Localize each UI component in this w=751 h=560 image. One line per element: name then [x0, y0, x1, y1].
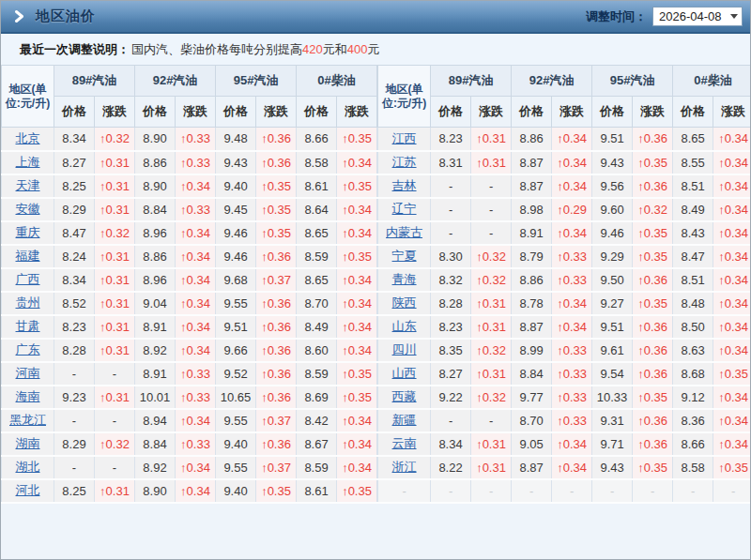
- region-link[interactable]: 浙江: [392, 460, 417, 474]
- table-row: 陕西8.28↑0.318.78↑0.349.27↑0.358.48↑0.34: [378, 292, 751, 315]
- price-cell: 8.23: [54, 315, 95, 339]
- page-title: 地区油价: [36, 8, 96, 25]
- sub-header: 价格: [216, 97, 256, 128]
- change-cell: ↑0.36: [256, 386, 297, 409]
- region-link[interactable]: 山西: [392, 366, 417, 380]
- region-link[interactable]: 辽宁: [392, 202, 417, 216]
- region-link[interactable]: 陕西: [392, 295, 417, 310]
- region-link[interactable]: 宁夏: [392, 249, 417, 263]
- fuel-type-header: 95#汽油: [592, 66, 673, 97]
- region-cell: 海南: [2, 386, 54, 409]
- price-cell: 9.61: [592, 339, 633, 362]
- region-cell: 云南: [378, 432, 431, 456]
- table-row: 江苏8.31↑0.318.87↑0.349.43↑0.358.55↑0.34: [378, 151, 751, 174]
- change-cell: ↑0.34: [337, 198, 377, 221]
- region-cell: 青海: [378, 268, 431, 292]
- region-link[interactable]: 广西: [16, 272, 40, 286]
- region-link[interactable]: 安徽: [16, 202, 40, 216]
- region-link[interactable]: 河北: [16, 483, 40, 497]
- price-cell: 9.46: [216, 221, 256, 245]
- change-cell: ↑0.36: [633, 268, 673, 292]
- region-cell: 宁夏: [378, 245, 431, 268]
- change-cell: ↑0.34: [552, 456, 592, 479]
- region-link[interactable]: 河南: [16, 366, 40, 380]
- region-cell: 重庆: [2, 221, 54, 245]
- region-link[interactable]: 黑龙江: [9, 413, 46, 427]
- price-cell: 8.70: [512, 409, 552, 432]
- region-link[interactable]: 福建: [16, 249, 40, 263]
- sub-header: 涨跌: [256, 97, 297, 128]
- change-cell: -: [471, 174, 512, 198]
- region-link[interactable]: 天津: [16, 178, 40, 192]
- change-cell: ↑0.34: [176, 409, 216, 432]
- price-cell: 9.51: [216, 315, 256, 339]
- region-cell: 甘肃: [2, 315, 54, 339]
- table-row: 上海8.27↑0.318.86↑0.339.43↑0.368.58↑0.34: [2, 151, 377, 174]
- region-cell: 山东: [378, 315, 431, 339]
- price-cell: 9.29: [592, 245, 633, 268]
- price-cell: 8.68: [673, 362, 713, 386]
- region-cell: 江苏: [378, 151, 431, 174]
- region-link[interactable]: 青海: [392, 272, 417, 286]
- region-link[interactable]: 湖北: [16, 460, 40, 474]
- table-row: 广东8.28↑0.318.92↑0.349.66↑0.368.60↑0.34: [2, 339, 377, 362]
- region-link[interactable]: 重庆: [16, 225, 40, 239]
- table-row: 广西8.34↑0.318.96↑0.349.68↑0.378.65↑0.34: [2, 268, 377, 292]
- region-link[interactable]: 西藏: [392, 389, 417, 403]
- region-link[interactable]: 四川: [392, 342, 417, 356]
- change-cell: ↑0.35: [337, 386, 377, 409]
- price-cell: 10.33: [592, 386, 633, 409]
- price-cell: 8.22: [431, 456, 471, 479]
- region-cell: 西藏: [378, 386, 431, 409]
- region-link[interactable]: 新疆: [392, 413, 417, 427]
- change-cell: ↑0.35: [713, 456, 751, 479]
- change-cell: -: [471, 221, 512, 245]
- change-cell: ↑0.34: [176, 245, 216, 268]
- region-cell: 陕西: [378, 292, 431, 315]
- change-cell: ↑0.34: [176, 174, 216, 198]
- region-link[interactable]: 甘肃: [16, 319, 40, 333]
- sub-header: 价格: [673, 97, 713, 128]
- region-link[interactable]: 广东: [16, 342, 40, 356]
- change-cell: -: [95, 362, 135, 386]
- change-cell: ↑0.36: [256, 151, 297, 174]
- change-cell: ↑0.35: [633, 151, 673, 174]
- adjust-date-select[interactable]: 2026-04-08: [652, 7, 743, 26]
- price-cell: -: [431, 479, 471, 503]
- price-cell: 8.66: [673, 432, 713, 456]
- region-link[interactable]: 内蒙古: [386, 225, 422, 239]
- fuel-type-header: 89#汽油: [431, 66, 512, 97]
- price-cell: 8.34: [54, 268, 95, 292]
- region-link[interactable]: 山东: [392, 319, 417, 333]
- change-cell: ↑0.34: [713, 409, 751, 432]
- price-cell: 8.23: [431, 128, 471, 151]
- region-link[interactable]: 江苏: [392, 155, 417, 169]
- change-cell: ↑0.34: [337, 432, 377, 456]
- change-cell: ↑0.34: [713, 292, 751, 315]
- region-link[interactable]: 北京: [16, 131, 40, 145]
- change-cell: ↑0.34: [337, 221, 377, 245]
- region-link[interactable]: 上海: [16, 155, 40, 169]
- region-link[interactable]: 江西: [392, 131, 417, 145]
- titlebar-right: 调整时间： 2026-04-08: [586, 7, 743, 26]
- change-cell: ↑0.35: [337, 128, 377, 151]
- price-cell: 8.47: [54, 221, 95, 245]
- region-link[interactable]: 湖南: [16, 436, 40, 450]
- table-row: 辽宁--8.98↑0.299.60↑0.328.49↑0.34: [378, 198, 751, 221]
- region-link[interactable]: 吉林: [392, 178, 417, 192]
- price-cell: 9.56: [592, 174, 633, 198]
- sub-header: 价格: [135, 97, 176, 128]
- table-row: 内蒙古--8.91↑0.349.46↑0.358.43↑0.34: [378, 221, 751, 245]
- change-cell: -: [95, 456, 135, 479]
- price-cell: 8.84: [512, 362, 552, 386]
- region-link[interactable]: 海南: [16, 389, 40, 403]
- price-cell: 8.31: [431, 151, 471, 174]
- change-cell: ↑0.35: [713, 362, 751, 386]
- region-column-header: 地区(单位:元/升): [378, 66, 431, 128]
- change-cell: ↑0.34: [337, 339, 377, 362]
- region-link[interactable]: 云南: [392, 436, 417, 450]
- fuel-type-header: 95#汽油: [216, 66, 297, 97]
- change-cell: ↑0.32: [95, 432, 135, 456]
- region-link[interactable]: 贵州: [16, 295, 40, 310]
- change-cell: ↑0.33: [552, 362, 592, 386]
